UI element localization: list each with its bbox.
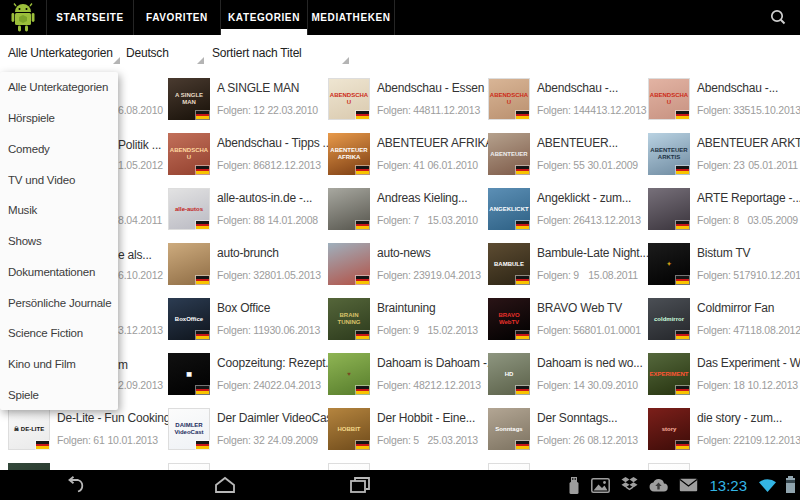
- grid-item[interactable]: GO: [640, 460, 800, 470]
- german-flag-badge: [36, 441, 49, 449]
- grid-item[interactable]: EXPERIMENTDas Experiment - Wo...Folgen: …: [640, 350, 800, 403]
- grid-item[interactable]: alle-autosalle-autos-in.de -...Folgen: 8…: [160, 185, 320, 238]
- podcast-date: 11.12.2013: [430, 104, 480, 116]
- podcast-title: Abendschau - Essen ...: [377, 81, 478, 95]
- podcast-title: Bambule-Late Night...: [537, 246, 638, 260]
- german-flag-badge: [676, 166, 689, 174]
- podcast-thumbnail: ▦: [168, 353, 210, 395]
- podcast-thumbnail: [8, 463, 50, 470]
- grid-item[interactable]: coldmirrorColdmirror FanFolgen: 47118.08…: [640, 295, 800, 348]
- grid-item[interactable]: ARTE Reportage -...Folgen: 803.05.2009: [640, 185, 800, 238]
- tab-startseite[interactable]: STARTSEITE: [46, 0, 134, 35]
- podcast-thumbnail: [328, 243, 370, 285]
- grid-item[interactable]: BAMBULEBambule-Late Night...Folgen: 915.…: [480, 240, 640, 293]
- dropdown-item-tv-und-video[interactable]: TV und Video: [0, 164, 118, 195]
- dropdown-item-dokumentationen[interactable]: Dokumentationen: [0, 256, 118, 287]
- podcast-thumbnail: A SINGLE MAN: [168, 78, 210, 120]
- grid-item[interactable]: storydie story - zum...Folgen: 22109.12.…: [640, 405, 800, 458]
- thumbnail-label: HD: [504, 370, 515, 379]
- tab-favoriten[interactable]: FAVORITEN: [134, 0, 221, 35]
- grid-item-date-fragment: 1.05.2012: [118, 159, 163, 171]
- grid-item[interactable]: A SINGLE MANA SINGLE MANFolgen: 1222.03.…: [160, 75, 320, 128]
- grid-item-info: BraintuningFolgen: 915.02.2013: [377, 301, 478, 336]
- back-button[interactable]: [53, 470, 97, 500]
- german-flag-badge: [516, 331, 529, 339]
- search-icon[interactable]: [756, 0, 800, 35]
- grid-item[interactable]: BRAIN TUNINGBraintuningFolgen: 915.02.20…: [320, 295, 480, 348]
- grid-item[interactable]: DAIMLER VideoCastDer Daimler VideoCastFo…: [160, 405, 320, 458]
- podcast-thumbnail: ABENTEUER: [488, 133, 530, 175]
- podcast-date: 03.05.2009: [747, 214, 798, 226]
- grid-item[interactable]: ♥Dahoam is Dahoam -...Folgen: 48212.12.2…: [320, 350, 480, 403]
- subcategory-spinner[interactable]: Alle Unterkategorien: [2, 39, 120, 67]
- home-button[interactable]: [203, 470, 247, 500]
- grid-item[interactable]: ☠ DE-LITEDe-Lite - Fun CookingFolgen: 61…: [0, 405, 160, 458]
- dropdown-item-h-rspiele[interactable]: Hörspiele: [0, 103, 118, 134]
- dropdown-item-spiele[interactable]: Spiele: [0, 379, 118, 410]
- grid-item[interactable]: ABENTEUER ARKTISABENTEUER ARKTISFolgen: …: [640, 130, 800, 183]
- podcast-meta: Folgen: 11930.06.2013: [217, 324, 318, 336]
- dropdown-item-alle-unterkategorien[interactable]: Alle Unterkategorien: [0, 72, 118, 103]
- podcast-thumbnail: ABENDSCHAU: [648, 78, 690, 120]
- grid-item[interactable]: HOBBITDer Hobbit - Eine...Folgen: 525.03…: [320, 405, 480, 458]
- podcast-title: Coopzeitung: Rezept...: [217, 356, 318, 370]
- thumbnail-label: ☠ DE-LITE: [13, 425, 45, 434]
- thumbnail-label: A SINGLE MAN: [168, 91, 210, 107]
- grid-item[interactable]: ABENTEUERABENTEUER...Folgen: 5530.01.200…: [480, 130, 640, 183]
- grid-item[interactable]: Andreas Kieling...Folgen: 715.03.2010: [320, 185, 480, 238]
- dropdown-item-kino-und-film[interactable]: Kino und Film: [0, 349, 118, 380]
- grid-item[interactable]: BoxOfficeBox OfficeFolgen: 11930.06.2013: [160, 295, 320, 348]
- grid-item[interactable]: ▦Coopzeitung: Rezept...Folgen: 24022.04.…: [160, 350, 320, 403]
- grid-item[interactable]: ABENDSCHAUAbendschau -...Folgen: 144413.…: [480, 75, 640, 128]
- podcast-thumbnail: ABENTEUER AFRIKA: [328, 133, 370, 175]
- tab-kategorien[interactable]: KATEGORIEN: [221, 0, 308, 35]
- thumbnail-label: HOBBIT: [337, 425, 362, 434]
- grid-item[interactable]: ANGEKLICKTAngeklickt - zum...Folgen: 264…: [480, 185, 640, 238]
- language-spinner[interactable]: Deutsch: [120, 39, 204, 67]
- grid-item[interactable]: GO: [320, 460, 480, 470]
- clock: 13:23: [709, 477, 747, 494]
- grid-item[interactable]: ABENDSCHAUAbendschau -...Folgen: 33515.1…: [640, 75, 800, 128]
- grid-item[interactable]: GO: [480, 460, 640, 470]
- tab-mediatheken[interactable]: MEDIATHEKEN: [308, 0, 395, 35]
- german-flag-badge: [196, 386, 209, 394]
- grid-item[interactable]: auto-brunchFolgen: 32801.05.2013: [160, 240, 320, 293]
- grid-item[interactable]: HDDahoam is ned wo...Folgen: 1430.09.201…: [480, 350, 640, 403]
- email-icon: [679, 478, 698, 492]
- dropdown-item-musik[interactable]: Musik: [0, 195, 118, 226]
- grid-item[interactable]: [0, 460, 160, 470]
- podcast-thumbnail: ABENTEUER ARKTIS: [648, 133, 690, 175]
- episode-count: Folgen: 568: [537, 324, 590, 336]
- grid-item-info: ABENTEUER ARKTISFolgen: 2305.01.2011: [697, 136, 798, 171]
- thumbnail-label: BAMBULE: [493, 260, 525, 269]
- grid-item-title-fragment: Politik ...: [118, 138, 161, 152]
- german-flag-badge: [676, 111, 689, 119]
- german-flag-badge: [356, 166, 369, 174]
- german-flag-badge: [516, 386, 529, 394]
- filter-bar: Alle Unterkategorien Deutsch Sortiert na…: [0, 35, 800, 72]
- grid-item[interactable]: ABENDSCHAUAbendschau - Essen ...Folgen: …: [320, 75, 480, 128]
- sort-spinner[interactable]: Sortiert nach Titel: [206, 39, 349, 67]
- dropdown-item-shows[interactable]: Shows: [0, 226, 118, 257]
- grid-item[interactable]: auto-newsFolgen: 23919.04.2013: [320, 240, 480, 293]
- podcast-meta: Folgen: 144413.12.2013: [537, 104, 638, 116]
- podcast-thumbnail: GO: [648, 463, 690, 470]
- podcast-meta: Folgen: 715.03.2010: [377, 214, 478, 226]
- german-flag-badge: [676, 221, 689, 229]
- dropdown-item-pers-nliche-journale[interactable]: Persönliche Journale: [0, 287, 118, 318]
- grid-item[interactable]: ABENDSCHAUAbendschau - Tipps ...Folgen: …: [160, 130, 320, 183]
- dropdown-item-comedy[interactable]: Comedy: [0, 133, 118, 164]
- dropdown-item-science-fiction[interactable]: Science Fiction: [0, 318, 118, 349]
- grid-item[interactable]: GO: [160, 460, 320, 470]
- recent-apps-button[interactable]: [338, 470, 382, 500]
- podcast-thumbnail: Sonntags: [488, 408, 530, 450]
- grid-item[interactable]: ✦Bistum TVFolgen: 517910.12.2013: [640, 240, 800, 293]
- podcast-meta: Folgen: 22109.12.2013: [697, 434, 798, 446]
- podcast-date: 30.01.2009: [587, 159, 638, 171]
- grid-item[interactable]: BRAVO WebTVBRAVO Web TVFolgen: 56801.01.…: [480, 295, 640, 348]
- grid-item-info: Coldmirror FanFolgen: 47118.08.2012: [697, 301, 798, 336]
- podcast-meta: Folgen: 915.02.2013: [377, 324, 478, 336]
- grid-item[interactable]: ABENTEUER AFRIKAABENTEUER AFRIKAFolgen: …: [320, 130, 480, 183]
- podcast-date: 13.12.2013: [596, 104, 647, 116]
- grid-item[interactable]: SonntagsDer Sonntags...Folgen: 2608.12.2…: [480, 405, 640, 458]
